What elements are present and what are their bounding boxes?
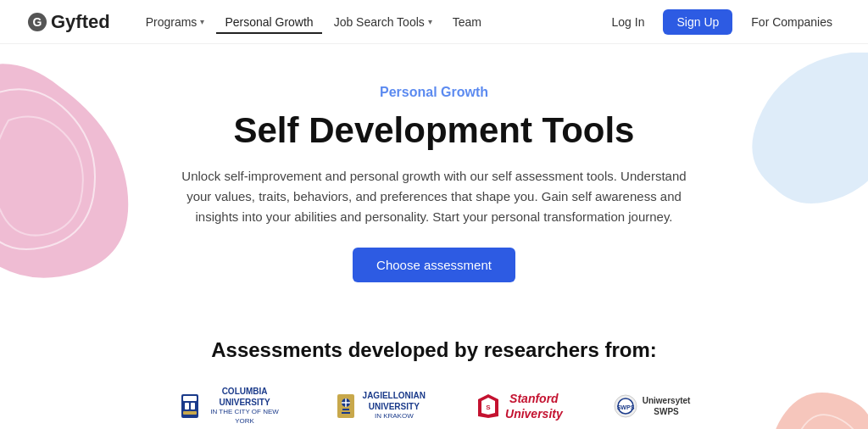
jagiellonian-logo: JAGIELLONIANUNIVERSITY IN KRAKOW xyxy=(334,390,426,421)
hero-title: Self Development Tools xyxy=(146,110,722,151)
nav-programs[interactable]: Programs ▾ xyxy=(137,10,214,34)
stanford-logo: S StanfordUniversity xyxy=(476,391,563,421)
svg-text:SWPS: SWPS xyxy=(616,404,634,410)
logo[interactable]: G Gyfted xyxy=(27,11,110,33)
signup-button[interactable]: Sign Up xyxy=(663,9,732,35)
nav-job-search[interactable]: Job Search Tools ▾ xyxy=(326,10,441,34)
universities-section: Assessments developed by researchers fro… xyxy=(0,313,868,429)
login-button[interactable]: Log In xyxy=(604,10,654,34)
navbar: G Gyfted Programs ▾ Personal Growth Job … xyxy=(0,0,868,44)
columbia-logo: COLUMBIA UNIVERSITY IN THE CITY OF NEW Y… xyxy=(178,386,283,426)
decorative-blob-pink-right xyxy=(715,390,868,429)
nav-right: Log In Sign Up For Companies xyxy=(604,9,841,35)
universities-row-1: COLUMBIA UNIVERSITY IN THE CITY OF NEW Y… xyxy=(51,386,817,426)
svg-rect-3 xyxy=(183,396,197,401)
svg-text:G: G xyxy=(33,15,42,29)
nav-links: Programs ▾ Personal Growth Job Search To… xyxy=(137,10,604,34)
decorative-blob-pink-left xyxy=(0,61,136,281)
chevron-down-icon: ▾ xyxy=(200,17,204,26)
choose-assessment-button[interactable]: Choose assessment xyxy=(353,248,515,282)
svg-rect-6 xyxy=(183,411,197,415)
universities-title: Assessments developed by researchers fro… xyxy=(51,338,817,362)
swps-logo: SWPS UniwersytetSWPS xyxy=(614,393,691,420)
svg-rect-9 xyxy=(342,409,349,410)
for-companies-button[interactable]: For Companies xyxy=(743,10,841,34)
hero-section: Personal Growth Self Development Tools U… xyxy=(0,44,868,313)
svg-rect-5 xyxy=(191,403,195,410)
nav-personal-growth[interactable]: Personal Growth xyxy=(216,10,321,34)
svg-rect-4 xyxy=(185,403,189,410)
hero-content: Personal Growth Self Development Tools U… xyxy=(146,85,722,282)
svg-text:S: S xyxy=(486,404,491,411)
hero-tag: Personal Growth xyxy=(146,85,722,100)
svg-rect-10 xyxy=(342,412,350,414)
hero-description: Unlock self-improvement and personal gro… xyxy=(171,166,697,227)
chevron-down-icon: ▾ xyxy=(428,17,432,26)
nav-team[interactable]: Team xyxy=(444,10,490,34)
decorative-blob-blue-right xyxy=(715,53,868,205)
